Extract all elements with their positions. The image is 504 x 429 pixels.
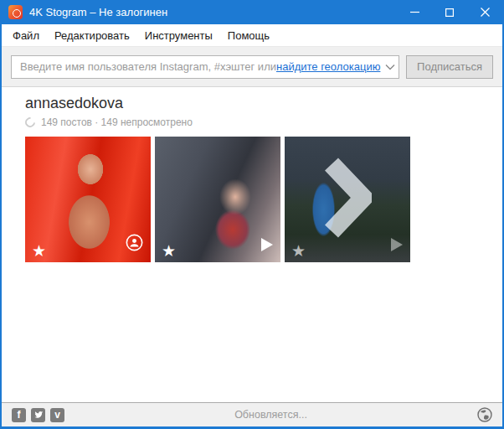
menu-tools[interactable]: Инструменты bbox=[137, 26, 220, 45]
search-placeholder: Введите имя пользователя Instagram, #хэш… bbox=[20, 60, 276, 73]
account-meta: 149 постов · 149 непросмотрено bbox=[25, 116, 502, 128]
chevron-down-icon[interactable] bbox=[380, 60, 395, 73]
facebook-icon[interactable]: f bbox=[12, 408, 26, 422]
account-stats: 149 постов · 149 непросмотрено bbox=[41, 116, 193, 128]
main-content: annasedokova 149 постов · 149 непросмотр… bbox=[2, 87, 502, 402]
post-thumbnail-2[interactable]: ★ bbox=[155, 137, 280, 262]
refresh-spinner-icon bbox=[23, 116, 38, 130]
post-grid: ★ ★ bbox=[25, 137, 502, 262]
menu-help[interactable]: Помощь bbox=[220, 26, 277, 45]
close-button[interactable] bbox=[467, 0, 502, 24]
subscribe-button[interactable]: Подписаться bbox=[406, 55, 493, 79]
play-icon bbox=[261, 238, 273, 255]
menu-edit[interactable]: Редактировать bbox=[47, 26, 137, 45]
search-input[interactable]: Введите имя пользователя Instagram, #хэш… bbox=[11, 55, 399, 79]
app-window: 4K Stogram – Не залогинен Файл Редактиро… bbox=[0, 0, 504, 429]
titlebar: 4K Stogram – Не залогинен bbox=[2, 0, 502, 24]
minimize-button[interactable] bbox=[397, 0, 432, 24]
window-title: 4K Stogram – Не залогинен bbox=[29, 6, 167, 18]
next-chevron-icon[interactable] bbox=[323, 158, 372, 241]
app-logo-icon bbox=[8, 5, 23, 19]
menu-bar: Файл Редактировать Инструменты Помощь bbox=[2, 24, 502, 46]
post-thumbnail-3[interactable]: ★ bbox=[285, 137, 410, 262]
globe-icon[interactable] bbox=[477, 407, 492, 422]
account-username[interactable]: annasedokova bbox=[25, 95, 502, 112]
post-thumbnail-1[interactable]: ★ bbox=[25, 137, 151, 262]
favorite-star-icon[interactable]: ★ bbox=[32, 243, 46, 259]
favorite-star-icon[interactable]: ★ bbox=[291, 243, 306, 259]
status-bar: f v Обновляется... bbox=[2, 402, 502, 426]
play-icon bbox=[391, 238, 403, 255]
tagged-user-icon bbox=[126, 234, 143, 255]
twitter-icon[interactable] bbox=[31, 408, 45, 422]
menu-file[interactable]: Файл bbox=[5, 26, 47, 45]
maximize-button[interactable] bbox=[432, 0, 467, 24]
status-message: Обновляется... bbox=[64, 409, 477, 421]
find-location-link[interactable]: найдите геолокацию bbox=[276, 60, 380, 73]
search-toolbar: Введите имя пользователя Instagram, #хэш… bbox=[2, 46, 502, 87]
favorite-star-icon[interactable]: ★ bbox=[162, 243, 176, 259]
vimeo-icon[interactable]: v bbox=[50, 408, 64, 422]
social-links: f v bbox=[12, 408, 64, 422]
